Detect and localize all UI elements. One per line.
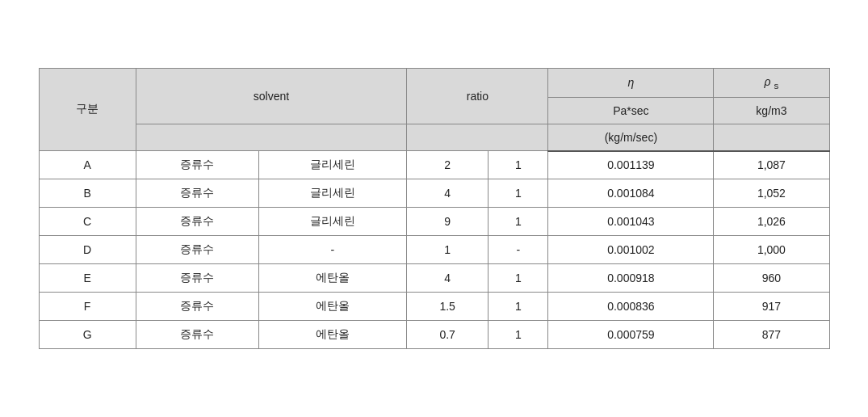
cell-rho: 1,026 <box>714 208 829 236</box>
cell-solvent1: 증류수 <box>136 179 258 208</box>
col-rho-blank <box>714 124 829 151</box>
cell-id: B <box>39 179 136 208</box>
cell-ratio1: 9 <box>407 208 489 236</box>
cell-ratio2: 1 <box>489 208 548 236</box>
col-ratio-header: ratio <box>407 68 548 124</box>
col-rho-header-bot: kg/m3 <box>714 97 829 124</box>
cell-solvent1: 증류수 <box>136 293 258 321</box>
table-row: B 증류수 글리세린 4 1 0.001084 1,052 <box>39 179 829 208</box>
cell-ratio1: 0.7 <box>407 321 489 349</box>
col-eta-header-top: η <box>548 68 714 97</box>
header-row-1: 구분 solvent ratio η ρ s <box>39 68 829 97</box>
cell-rho: 877 <box>714 321 829 349</box>
rho-symbol: ρ <box>765 75 771 88</box>
cell-rho: 1,000 <box>714 236 829 264</box>
col-rho-header-top: ρ s <box>714 68 829 97</box>
table-body: A 증류수 글리세린 2 1 0.001139 1,087 B 증류수 글리세린… <box>39 151 829 349</box>
cell-solvent1: 증류수 <box>136 236 258 264</box>
cell-rho: 960 <box>714 264 829 293</box>
cell-solvent2: 글리세린 <box>258 151 407 179</box>
cell-solvent2: 에탄올 <box>258 321 407 349</box>
header-row-3: (kg/m/sec) <box>39 124 829 151</box>
cell-id: A <box>39 151 136 179</box>
col-gubun-header: 구분 <box>39 68 136 150</box>
cell-ratio2: 1 <box>489 151 548 179</box>
col-solvent-header: solvent <box>136 68 407 124</box>
cell-eta: 0.000836 <box>548 293 714 321</box>
col-eta-header-bot: (kg/m/sec) <box>548 124 714 151</box>
cell-id: C <box>39 208 136 236</box>
cell-ratio1: 4 <box>407 264 489 293</box>
cell-ratio1: 2 <box>407 151 489 179</box>
data-table: 구분 solvent ratio η ρ s Pa*sec kg/m3 (kg/… <box>39 68 830 349</box>
cell-ratio2: 1 <box>489 179 548 208</box>
table-row: A 증류수 글리세린 2 1 0.001139 1,087 <box>39 151 829 179</box>
cell-eta: 0.001139 <box>548 151 714 179</box>
cell-ratio1: 1 <box>407 236 489 264</box>
cell-rho: 1,087 <box>714 151 829 179</box>
cell-rho: 1,052 <box>714 179 829 208</box>
cell-solvent2: 에탄올 <box>258 293 407 321</box>
cell-eta: 0.000918 <box>548 264 714 293</box>
table-wrapper: 구분 solvent ratio η ρ s Pa*sec kg/m3 (kg/… <box>23 52 846 365</box>
table-row: D 증류수 - 1 - 0.001002 1,000 <box>39 236 829 264</box>
cell-solvent1: 증류수 <box>136 151 258 179</box>
cell-id: F <box>39 293 136 321</box>
cell-ratio1: 4 <box>407 179 489 208</box>
cell-solvent2: 글리세린 <box>258 208 407 236</box>
col-ratio-blank <box>407 124 548 151</box>
cell-rho: 917 <box>714 293 829 321</box>
cell-eta: 0.000759 <box>548 321 714 349</box>
cell-ratio1: 1.5 <box>407 293 489 321</box>
cell-solvent1: 증류수 <box>136 208 258 236</box>
cell-solvent1: 증류수 <box>136 321 258 349</box>
table-row: C 증류수 글리세린 9 1 0.001043 1,026 <box>39 208 829 236</box>
cell-solvent2: 에탄올 <box>258 264 407 293</box>
cell-ratio2: 1 <box>489 321 548 349</box>
cell-solvent2: 글리세린 <box>258 179 407 208</box>
cell-ratio2: - <box>489 236 548 264</box>
table-row: G 증류수 에탄올 0.7 1 0.000759 877 <box>39 321 829 349</box>
eta-symbol: η <box>627 76 634 89</box>
cell-eta: 0.001002 <box>548 236 714 264</box>
table-row: E 증류수 에탄올 4 1 0.000918 960 <box>39 264 829 293</box>
cell-solvent1: 증류수 <box>136 264 258 293</box>
cell-eta: 0.001084 <box>548 179 714 208</box>
cell-eta: 0.001043 <box>548 208 714 236</box>
cell-id: D <box>39 236 136 264</box>
cell-id: G <box>39 321 136 349</box>
col-eta-header-mid: Pa*sec <box>548 97 714 124</box>
cell-id: E <box>39 264 136 293</box>
cell-ratio2: 1 <box>489 293 548 321</box>
table-row: F 증류수 에탄올 1.5 1 0.000836 917 <box>39 293 829 321</box>
col-solvent-blank <box>136 124 407 151</box>
cell-solvent2: - <box>258 236 407 264</box>
cell-ratio2: 1 <box>489 264 548 293</box>
